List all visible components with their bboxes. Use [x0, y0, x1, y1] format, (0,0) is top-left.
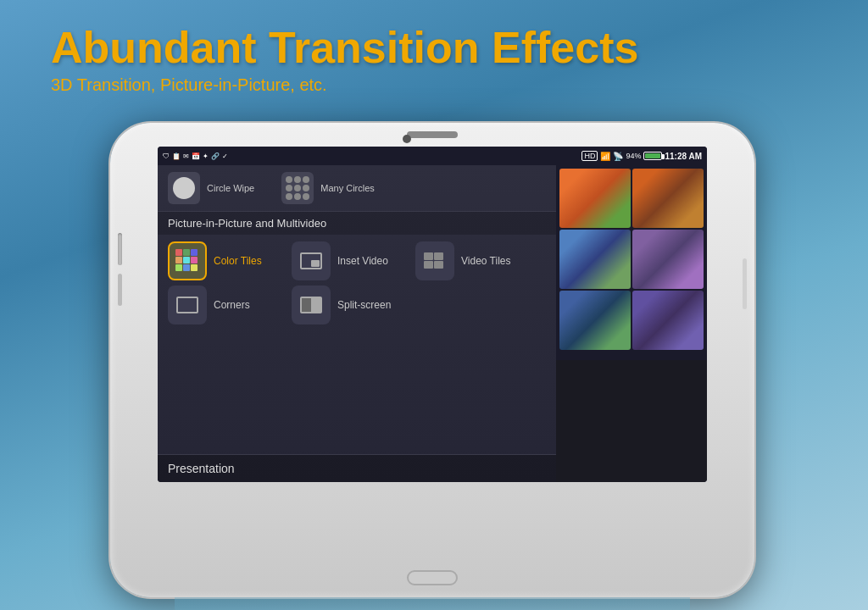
phone-power-button	[743, 258, 747, 309]
mail-icon: ✉	[183, 152, 189, 160]
header-area: Abundant Transition Effects 3D Transitio…	[51, 24, 638, 95]
thumb-4	[632, 230, 704, 289]
corners-label: Corners	[214, 299, 250, 311]
inset-video-icon	[300, 252, 322, 269]
video-tiles-icon-box	[415, 241, 454, 280]
dark-side-panel	[556, 360, 707, 482]
status-bar-left: 🛡 📋 ✉ 📅 ✦ 🔗 ✓	[163, 152, 228, 160]
thumb-1	[559, 169, 631, 228]
color-tiles-icon	[175, 249, 199, 273]
main-title: Abundant Transition Effects	[51, 24, 638, 72]
many-circles-icon-box	[281, 172, 314, 204]
section2-header: Picture-in-Picture and Multivideo	[158, 212, 556, 235]
transition-panel: Circle Wipe Many Circles	[158, 165, 556, 482]
thumb-2	[632, 169, 704, 228]
phone-speaker	[407, 131, 458, 138]
color-tiles-label: Color Tiles	[214, 255, 262, 267]
phone-screen: 🛡 📋 ✉ 📅 ✦ 🔗 ✓ HD 📶 📡 94% 11:28 AM	[158, 147, 707, 482]
hd-badge: HD	[581, 151, 598, 161]
splitscreen-item[interactable]: Split-screen	[292, 286, 410, 324]
corners-icon	[176, 297, 198, 313]
splitscreen-label: Split-screen	[337, 299, 391, 311]
splitscreen-icon-box	[292, 286, 331, 324]
phone-reflection	[175, 597, 690, 610]
color-tiles-item[interactable]: Color Tiles	[168, 241, 287, 280]
status-bar: 🛡 📋 ✉ 📅 ✦ 🔗 ✓ HD 📶 📡 94% 11:28 AM	[158, 147, 707, 165]
circle-wipe-icon-box	[168, 172, 200, 204]
battery-label: 94%	[626, 152, 641, 160]
copy-icon: 📋	[172, 152, 181, 160]
phone-shell: 🛡 📋 ✉ 📅 ✦ 🔗 ✓ HD 📶 📡 94% 11:28 AM	[110, 123, 754, 597]
star-icon: ✦	[203, 152, 209, 160]
top-effects-row: Circle Wipe Many Circles	[158, 165, 556, 212]
video-tiles-icon	[424, 252, 446, 269]
many-circles-item[interactable]: Many Circles	[281, 172, 375, 204]
battery-bar	[643, 152, 662, 160]
phone-vol-up-button	[118, 233, 122, 265]
thumb-6	[632, 291, 704, 350]
phone-camera-dot	[403, 135, 411, 143]
phone-home-button	[407, 570, 458, 585]
phone-vol-down-button	[118, 274, 122, 306]
many-circles-icon	[286, 176, 309, 200]
sub-title: 3D Transition, Picture-in-Picture, etc.	[51, 75, 638, 95]
effects-grid: Color Tiles Inset Video	[158, 235, 556, 331]
link-icon: 🔗	[211, 152, 220, 160]
many-circles-label: Many Circles	[320, 183, 375, 193]
corners-icon-box	[168, 286, 207, 324]
circle-wipe-item[interactable]: Circle Wipe	[168, 172, 254, 204]
inset-video-label: Inset Video	[337, 255, 388, 267]
calendar-icon: 📅	[192, 152, 200, 160]
signal-icon: 📡	[613, 152, 623, 161]
thumb-5	[559, 291, 631, 350]
shield-icon: 🛡	[163, 152, 170, 160]
status-time: 11:28 AM	[665, 152, 702, 161]
status-bar-right: HD 📶 📡 94% 11:28 AM	[581, 151, 702, 161]
thumbnails-panel	[556, 165, 707, 360]
check-icon: ✓	[222, 152, 228, 160]
circle-wipe-label: Circle Wipe	[207, 183, 254, 193]
inset-video-icon-box	[292, 241, 331, 280]
presentation-label: Presentation	[158, 454, 556, 482]
splitscreen-icon	[300, 297, 322, 313]
video-tiles-item[interactable]: Video Tiles	[415, 241, 534, 280]
color-tiles-icon-box	[168, 241, 207, 280]
corners-item[interactable]: Corners	[168, 286, 287, 324]
phone-device: 🛡 📋 ✉ 📅 ✦ 🔗 ✓ HD 📶 📡 94% 11:28 AM	[110, 123, 754, 597]
wifi-icon: 📶	[600, 152, 610, 161]
thumb-3	[559, 230, 631, 289]
circle-wipe-icon	[173, 177, 195, 199]
video-tiles-label: Video Tiles	[461, 255, 510, 267]
inset-video-item[interactable]: Inset Video	[292, 241, 410, 280]
